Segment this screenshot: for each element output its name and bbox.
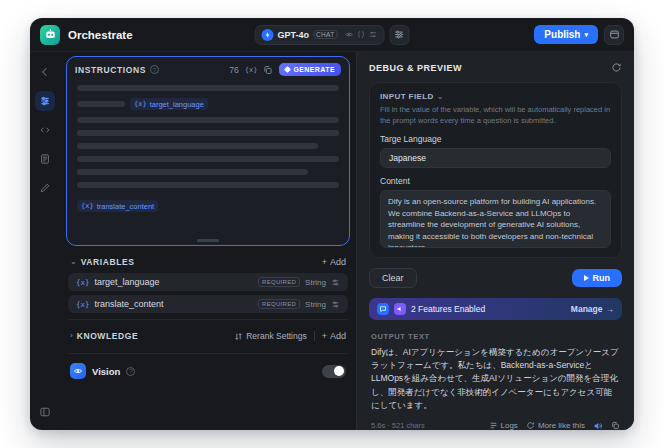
restart-button[interactable] — [611, 62, 622, 73]
variables-header[interactable]: ⌄ VARIABLES + Add — [66, 246, 350, 273]
toolbar-extra-button[interactable] — [604, 25, 624, 45]
skeleton-line — [77, 156, 339, 162]
variable-token-target-language[interactable]: {x} target_language — [130, 98, 208, 110]
variable-x-icon: {x} — [134, 100, 147, 108]
token-label: target_language — [150, 100, 204, 109]
publish-label: Publish — [544, 29, 580, 40]
orchestrate-panel: INSTRUCTIONS ? 76 {x} GENERATE — [60, 52, 356, 430]
more-like-this-button[interactable]: More like this — [526, 421, 585, 430]
panel-icon — [609, 29, 620, 40]
copy-output-button[interactable] — [611, 421, 620, 430]
vertical-divider — [314, 331, 315, 341]
sort-icon — [234, 332, 243, 341]
text-to-speech-button[interactable] — [593, 421, 603, 430]
target-language-value: Japanese — [389, 153, 426, 163]
plus-icon: + — [322, 331, 327, 341]
knowledge-header[interactable]: › KNOWLEDGE Rerank Settings + Add — [66, 320, 350, 347]
app-logo[interactable] — [40, 25, 60, 45]
input-field-header[interactable]: INPUT FIELD ⌄ — [380, 92, 611, 101]
variable-x-icon: {x} — [76, 278, 90, 287]
nav-orchestrate-button[interactable] — [35, 91, 55, 111]
model-capability-icons — [344, 30, 377, 39]
speaker-icon — [593, 421, 603, 430]
model-selector[interactable]: GPT-4o CHAT — [255, 25, 385, 45]
output-stats: 5.6s · 521 chars — [371, 421, 425, 430]
skeleton-line — [77, 182, 339, 188]
generate-button[interactable]: GENERATE — [279, 63, 341, 76]
pencil-icon — [39, 182, 51, 194]
clear-button[interactable]: Clear — [369, 268, 417, 288]
plus-icon: + — [322, 257, 327, 267]
variable-token-translate-content[interactable]: {x} translate_content — [77, 200, 158, 212]
input-field-card: INPUT FIELD ⌄ Fill in the value of the v… — [369, 82, 622, 258]
nav-logs-button[interactable] — [35, 149, 55, 169]
add-knowledge-button[interactable]: + Add — [322, 331, 346, 341]
page-title: Orchestrate — [68, 29, 133, 41]
publish-button[interactable]: Publish ▾ — [534, 25, 598, 44]
knowledge-actions: Rerank Settings + Add — [234, 331, 346, 341]
debug-preview-panel: DEBUG & PREVIEW INPUT FIELD ⌄ Fill in th… — [356, 52, 634, 430]
char-count: 76 — [229, 65, 238, 75]
document-icon — [39, 153, 51, 165]
content-textarea[interactable]: Dify is an open-source platform for buil… — [380, 190, 611, 248]
token-label: translate_content — [97, 202, 155, 211]
chevron-expand-icon: ⌄ — [70, 258, 77, 266]
sliders-icon — [394, 29, 405, 40]
nav-api-button[interactable] — [35, 120, 55, 140]
instructions-card[interactable]: INSTRUCTIONS ? 76 {x} GENERATE — [66, 56, 350, 246]
add-variable-label: Add — [330, 257, 346, 267]
clear-label: Clear — [382, 273, 404, 283]
variable-meta: REQUIRED String — [258, 277, 340, 287]
retry-icon — [526, 421, 535, 430]
vision-toggle[interactable] — [322, 365, 346, 378]
model-mode-badge: CHAT — [313, 30, 337, 39]
braces-icon — [356, 30, 365, 39]
output-actions: Logs More like this — [489, 421, 620, 430]
output-text: Difyは、AIアプリケーションを構築するためのオープンソースプラットフォームで… — [371, 346, 620, 412]
screenshot-stage: Orchestrate GPT-4o CHAT — [0, 0, 664, 448]
variable-settings-icon[interactable] — [331, 278, 340, 287]
target-language-select[interactable]: Japanese — [380, 148, 611, 168]
add-knowledge-label: Add — [330, 331, 346, 341]
logs-button[interactable]: Logs — [489, 421, 518, 430]
insert-variable-icon[interactable]: {x} — [245, 66, 258, 74]
rerank-settings-label: Rerank Settings — [246, 331, 306, 341]
nav-back-button[interactable] — [35, 62, 55, 82]
variable-x-icon: {x} — [81, 202, 94, 210]
debug-title: DEBUG & PREVIEW — [369, 63, 462, 73]
arrow-right-icon: → — [606, 304, 615, 314]
skeleton-line — [77, 169, 308, 175]
collapse-sidebar-button[interactable] — [35, 402, 55, 422]
list-icon — [489, 421, 498, 430]
refresh-icon — [611, 62, 622, 73]
run-button[interactable]: Run — [572, 269, 623, 287]
copy-icon[interactable] — [263, 65, 273, 75]
instructions-actions: 76 {x} GENERATE — [229, 63, 341, 76]
model-settings-button[interactable] — [389, 25, 409, 45]
chevron-expand-icon: ⌄ — [437, 93, 444, 101]
manage-features-button[interactable]: Manage → — [571, 304, 614, 314]
variable-name: translate_content — [95, 299, 164, 309]
tools-icon — [368, 30, 377, 39]
variable-settings-icon[interactable] — [331, 300, 340, 309]
more-like-this-label: More like this — [538, 421, 585, 430]
layout-sidebar-icon — [39, 406, 51, 418]
rerank-settings-button[interactable]: Rerank Settings — [234, 331, 306, 341]
play-icon — [584, 275, 589, 281]
instructions-title: INSTRUCTIONS — [75, 65, 146, 75]
variables-title: VARIABLES — [81, 257, 135, 267]
features-bar[interactable]: 2 Features Enabled Manage → — [369, 298, 622, 320]
add-variable-button[interactable]: + Add — [322, 257, 346, 267]
required-badge: REQUIRED — [258, 299, 300, 309]
variable-row-translate-content[interactable]: {x} translate_content REQUIRED String — [68, 295, 348, 313]
debug-buttons-row: Clear Run — [369, 268, 622, 288]
eye-icon — [344, 30, 353, 39]
variable-row-target-language[interactable]: {x} target_language REQUIRED String — [68, 273, 348, 291]
debug-header: DEBUG & PREVIEW — [357, 52, 634, 82]
run-label: Run — [593, 273, 611, 283]
resize-handle[interactable] — [197, 239, 219, 242]
vision-feature-row: Vision ? — [66, 354, 350, 388]
chat-bubble-icon — [377, 303, 389, 315]
nav-annotation-button[interactable] — [35, 178, 55, 198]
variable-name: target_language — [95, 277, 160, 287]
